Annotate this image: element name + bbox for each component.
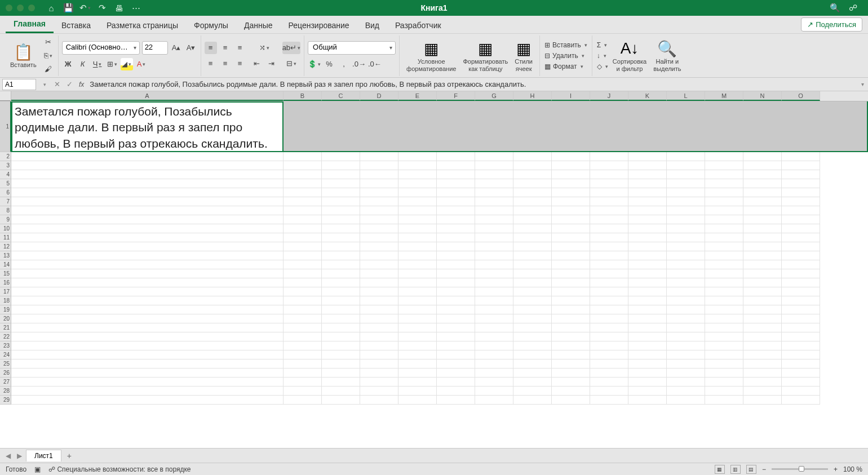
expand-formula-bar-icon[interactable]: ▾ xyxy=(857,81,868,87)
cell[interactable] xyxy=(513,206,552,215)
cell[interactable] xyxy=(475,332,513,341)
cell[interactable] xyxy=(475,287,513,296)
row-header[interactable]: 21 xyxy=(0,323,11,332)
cell[interactable] xyxy=(475,161,513,170)
column-header[interactable]: O xyxy=(782,91,820,101)
row-header[interactable]: 22 xyxy=(0,332,11,341)
cell[interactable] xyxy=(284,332,322,341)
cell[interactable] xyxy=(398,152,437,161)
cell[interactable] xyxy=(552,251,590,260)
cell[interactable] xyxy=(513,152,552,161)
column-header[interactable]: H xyxy=(513,91,552,101)
cell[interactable] xyxy=(552,224,590,233)
cell[interactable] xyxy=(743,278,782,287)
cell[interactable] xyxy=(743,260,782,269)
cell[interactable] xyxy=(398,305,437,314)
cell[interactable] xyxy=(782,369,820,378)
cell[interactable] xyxy=(284,269,322,278)
column-header[interactable]: F xyxy=(437,91,475,101)
cell[interactable] xyxy=(284,323,322,332)
cell[interactable] xyxy=(782,378,820,387)
format-cells-button[interactable]: ▦Формат▾ xyxy=(543,62,584,71)
share-button[interactable]: ↗ Поделиться xyxy=(801,17,862,32)
cell[interactable] xyxy=(284,215,322,224)
cell[interactable] xyxy=(475,378,513,387)
print-icon[interactable]: 🖶 xyxy=(114,3,124,13)
cell[interactable] xyxy=(590,215,628,224)
cell[interactable] xyxy=(628,170,667,179)
cell[interactable] xyxy=(284,369,322,378)
cell[interactable] xyxy=(552,369,590,378)
fx-icon[interactable]: fx xyxy=(76,81,87,88)
cell[interactable] xyxy=(513,387,552,396)
cell[interactable] xyxy=(284,278,322,287)
cell[interactable] xyxy=(552,161,590,170)
cell[interactable] xyxy=(743,359,782,369)
cell[interactable] xyxy=(782,188,820,197)
cell[interactable] xyxy=(437,197,475,206)
cell[interactable] xyxy=(705,179,743,188)
cell[interactable] xyxy=(398,197,437,206)
cell[interactable] xyxy=(552,305,590,314)
page-layout-view-icon[interactable]: ▥ xyxy=(730,465,741,474)
cell[interactable] xyxy=(590,251,628,260)
cell[interactable] xyxy=(513,287,552,296)
tab-page-layout[interactable]: Разметка страницы xyxy=(99,17,186,33)
cell[interactable] xyxy=(437,269,475,278)
cell[interactable] xyxy=(667,269,705,278)
cell[interactable] xyxy=(398,251,437,260)
tab-formulas[interactable]: Формулы xyxy=(186,17,236,33)
cell-A1[interactable]: Заметался пожар голубой, Позабылись роди… xyxy=(11,101,284,152)
row-header[interactable]: 29 xyxy=(0,396,11,405)
cell[interactable] xyxy=(11,251,284,260)
cell[interactable] xyxy=(743,224,782,233)
cell[interactable] xyxy=(398,215,437,224)
cell[interactable] xyxy=(667,179,705,188)
cell[interactable] xyxy=(590,260,628,269)
cell[interactable] xyxy=(322,332,360,341)
comma-icon[interactable]: , xyxy=(338,58,350,70)
cell[interactable] xyxy=(360,305,398,314)
row-header[interactable]: 4 xyxy=(0,170,11,179)
italic-button[interactable]: К xyxy=(77,58,89,70)
cell[interactable] xyxy=(284,233,322,242)
cell[interactable] xyxy=(437,323,475,332)
cell[interactable] xyxy=(628,369,667,378)
cell[interactable] xyxy=(398,161,437,170)
copy-icon[interactable]: ⎘▾ xyxy=(42,50,55,62)
cell[interactable] xyxy=(628,278,667,287)
cell[interactable] xyxy=(705,161,743,170)
cell[interactable] xyxy=(437,206,475,215)
cell[interactable] xyxy=(322,260,360,269)
align-middle-icon[interactable]: ≡ xyxy=(219,42,232,54)
cell[interactable] xyxy=(11,278,284,287)
cell[interactable] xyxy=(552,350,590,359)
row-header[interactable]: 18 xyxy=(0,296,11,305)
cell[interactable] xyxy=(667,287,705,296)
cell[interactable] xyxy=(513,251,552,260)
cell[interactable] xyxy=(513,314,552,323)
cell[interactable] xyxy=(284,224,322,233)
cell[interactable] xyxy=(437,350,475,359)
cell[interactable] xyxy=(513,296,552,305)
row-header[interactable]: 26 xyxy=(0,369,11,378)
cell[interactable] xyxy=(475,296,513,305)
cell[interactable] xyxy=(11,287,284,296)
cell[interactable] xyxy=(590,396,628,405)
cell[interactable] xyxy=(322,369,360,378)
cell[interactable] xyxy=(437,224,475,233)
cell[interactable] xyxy=(590,152,628,161)
sheet-next-icon[interactable]: ▶ xyxy=(15,452,24,460)
cell[interactable] xyxy=(628,188,667,197)
cell[interactable] xyxy=(628,396,667,405)
cell[interactable] xyxy=(475,179,513,188)
align-center-icon[interactable]: ≡ xyxy=(219,57,232,70)
cell[interactable] xyxy=(552,359,590,369)
cell[interactable] xyxy=(322,278,360,287)
paste-button[interactable]: 📋 Вставить xyxy=(7,35,40,76)
zoom-slider[interactable] xyxy=(772,468,828,470)
cell[interactable] xyxy=(590,278,628,287)
cell[interactable] xyxy=(590,161,628,170)
cell[interactable] xyxy=(398,206,437,215)
cell[interactable] xyxy=(705,323,743,332)
